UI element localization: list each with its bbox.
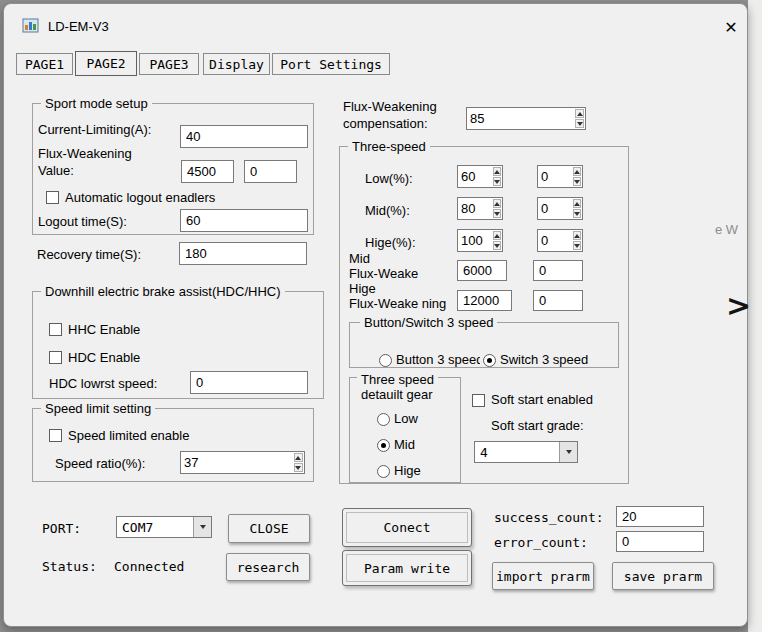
spin-up-button[interactable] bbox=[573, 199, 581, 208]
spin-down-button[interactable] bbox=[575, 119, 584, 128]
port-value: COM7 bbox=[117, 517, 193, 537]
speed-ratio-spinner[interactable] bbox=[294, 452, 304, 473]
low-percent-input-1[interactable] bbox=[457, 165, 503, 188]
flux-compensation-label-line1: Flux-Weakening bbox=[343, 99, 437, 114]
hige-flux-input-1[interactable] bbox=[457, 290, 512, 311]
gear-low-radio[interactable] bbox=[377, 413, 390, 426]
arrow-down-icon bbox=[574, 212, 580, 216]
spin-down-button[interactable] bbox=[493, 177, 501, 186]
save-param-button[interactable]: save prarm bbox=[612, 562, 714, 590]
mid-flux-input-2[interactable] bbox=[533, 260, 583, 281]
speed-ratio-label: Speed ratio(%): bbox=[55, 456, 145, 471]
logout-time-input[interactable] bbox=[180, 209, 308, 232]
hige-percent-value-2[interactable] bbox=[538, 230, 573, 251]
button-3-speed-radio[interactable] bbox=[379, 354, 392, 367]
tab-port-settings[interactable]: Port Settings bbox=[272, 53, 390, 75]
tab-page2[interactable]: PAGE2 bbox=[75, 51, 137, 76]
spinner[interactable] bbox=[493, 166, 502, 187]
hige-percent-input-1[interactable] bbox=[457, 229, 503, 252]
hige-flux-input-2[interactable] bbox=[533, 290, 583, 311]
button-3-speed-label: Button 3 speed bbox=[396, 352, 480, 367]
spinner[interactable] bbox=[493, 198, 502, 219]
mid-percent-value-2[interactable] bbox=[538, 198, 573, 219]
spin-down-button[interactable] bbox=[573, 209, 581, 218]
switch-3-speed-radio[interactable] bbox=[483, 354, 496, 367]
spin-down-button[interactable] bbox=[294, 463, 303, 472]
spin-up-button[interactable] bbox=[573, 231, 581, 240]
arrow-up-icon bbox=[577, 112, 583, 116]
three-speed-group: Three-speed Low(%): Mid(%): bbox=[339, 146, 629, 484]
port-label: PORT: bbox=[42, 521, 81, 536]
flux-compensation-value[interactable] bbox=[467, 108, 575, 129]
soft-start-grade-select[interactable]: 4 bbox=[474, 441, 578, 463]
current-limiting-input[interactable] bbox=[180, 125, 308, 148]
tab-page1[interactable]: PAGE1 bbox=[16, 53, 73, 75]
default-gear-title-line2: detauilt gear bbox=[357, 387, 437, 402]
param-write-button[interactable]: Param write bbox=[342, 550, 472, 586]
soft-start-grade-value: 4 bbox=[475, 442, 559, 462]
default-gear-title-line1: Three speed bbox=[357, 372, 438, 387]
flux-compensation-spinner[interactable] bbox=[575, 108, 585, 129]
low-percent-input-2[interactable] bbox=[537, 165, 583, 188]
default-gear-group: Three speed detauilt gear Low Mid Hige bbox=[349, 377, 461, 483]
success-count-input[interactable] bbox=[616, 506, 704, 527]
connect-button[interactable]: Conect bbox=[342, 508, 472, 547]
spinner[interactable] bbox=[573, 230, 582, 251]
spinner[interactable] bbox=[573, 166, 582, 187]
dropdown-arrow-button[interactable] bbox=[193, 517, 211, 537]
error-count-input[interactable] bbox=[616, 531, 704, 552]
speed-limit-setting-group: Speed limit setting Speed limited enable… bbox=[32, 408, 314, 482]
hige-percent-value-1[interactable] bbox=[458, 230, 493, 251]
chevron-down-icon bbox=[566, 450, 572, 454]
mid-percent-value-1[interactable] bbox=[458, 198, 493, 219]
spinner[interactable] bbox=[493, 230, 502, 251]
spin-up-button[interactable] bbox=[294, 453, 303, 462]
arrow-down-icon bbox=[574, 180, 580, 184]
close-window-button[interactable]: ✕ bbox=[716, 14, 746, 40]
flux-compensation-input[interactable] bbox=[466, 107, 586, 130]
recovery-time-input[interactable] bbox=[179, 242, 307, 265]
app-icon bbox=[22, 17, 39, 34]
port-select[interactable]: COM7 bbox=[116, 516, 212, 538]
mid-flux-label-line1: Mid bbox=[349, 251, 370, 266]
hige-percent-input-2[interactable] bbox=[537, 229, 583, 252]
spin-down-button[interactable] bbox=[573, 241, 581, 250]
mid-percent-label: Mid(%): bbox=[365, 203, 410, 218]
mid-flux-input-1[interactable] bbox=[457, 260, 507, 281]
mid-percent-input-1[interactable] bbox=[457, 197, 503, 220]
spin-down-button[interactable] bbox=[493, 209, 501, 218]
gear-hige-radio[interactable] bbox=[377, 465, 390, 478]
low-percent-value-1[interactable] bbox=[458, 166, 493, 187]
research-button[interactable]: research bbox=[226, 553, 310, 581]
tab-display[interactable]: Display bbox=[203, 53, 270, 75]
import-param-button[interactable]: import prarm bbox=[492, 562, 594, 590]
flux-weakening-input-2[interactable] bbox=[244, 160, 297, 183]
mid-percent-input-2[interactable] bbox=[537, 197, 583, 220]
spin-up-button[interactable] bbox=[575, 109, 584, 118]
hdc-enable-checkbox[interactable] bbox=[49, 351, 62, 364]
spin-down-button[interactable] bbox=[573, 177, 581, 186]
speed-limited-enable-checkbox[interactable] bbox=[49, 429, 62, 442]
hhc-enable-checkbox[interactable] bbox=[49, 323, 62, 336]
tab-page3[interactable]: PAGE3 bbox=[139, 53, 199, 75]
hdc-lowest-speed-input[interactable] bbox=[190, 371, 308, 394]
dropdown-arrow-button[interactable] bbox=[559, 442, 577, 462]
spin-up-button[interactable] bbox=[493, 167, 501, 176]
auto-logout-checkbox[interactable] bbox=[46, 191, 59, 204]
app-window: LD-EM-V3 ✕ PAGE1 PAGE2 PAGE3 Display Por… bbox=[3, 3, 748, 627]
close-port-button[interactable]: CLOSE bbox=[228, 514, 310, 543]
spin-down-button[interactable] bbox=[493, 241, 501, 250]
speed-ratio-value[interactable] bbox=[181, 452, 294, 473]
chevron-down-icon bbox=[200, 525, 206, 529]
flux-weakening-input-1[interactable] bbox=[181, 160, 234, 183]
downhill-brake-assist-title: Downhill electric brake assist(HDC/HHC) bbox=[41, 284, 285, 299]
speed-ratio-input[interactable] bbox=[180, 451, 305, 474]
spin-up-button[interactable] bbox=[573, 167, 581, 176]
hige-flux-label-line1: Hige bbox=[349, 281, 376, 296]
spinner[interactable] bbox=[573, 198, 582, 219]
spin-up-button[interactable] bbox=[493, 199, 501, 208]
gear-mid-radio[interactable] bbox=[377, 439, 390, 452]
soft-start-enabled-checkbox[interactable] bbox=[472, 394, 485, 407]
low-percent-value-2[interactable] bbox=[538, 166, 573, 187]
spin-up-button[interactable] bbox=[493, 231, 501, 240]
